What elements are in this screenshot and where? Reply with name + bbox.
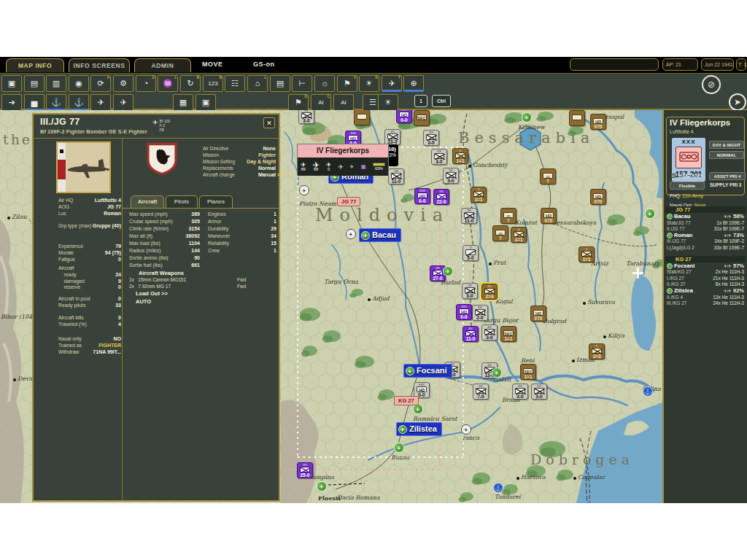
airbase-icon[interactable]: ✈	[461, 424, 471, 435]
unit-counter[interactable]: ▭?	[540, 168, 556, 184]
air-group-label-kg-27[interactable]: KG 27	[394, 396, 419, 405]
toolbar-button-1-9[interactable]: 123B	[203, 75, 223, 92]
unit-counter[interactable]: HQ070	[590, 114, 606, 130]
toolbar-button-1-11[interactable]: ⌂L	[247, 75, 268, 92]
auto-loadout[interactable]: AUTO	[136, 298, 151, 305]
port-anchor-icon[interactable]: ⚓	[643, 386, 653, 397]
airbase-icon[interactable]: ✈	[645, 209, 655, 219]
toolbar-button-1-5[interactable]: ⚙	[113, 75, 133, 92]
toolbar-button-1-2[interactable]: ▥	[46, 75, 66, 92]
range-circles-checkbox[interactable]: Rng Circles	[671, 173, 703, 178]
unit-counter[interactable]: XXXHQ0-0	[414, 188, 430, 204]
next-button[interactable]: ➤	[729, 93, 746, 111]
load-out-link[interactable]: Load Out >>	[136, 290, 168, 297]
unit-counter[interactable]: XX3-0	[512, 384, 528, 400]
unit-counter[interactable]: XX3-0	[443, 168, 459, 184]
unit-counter[interactable]: X1=1	[452, 148, 468, 164]
unit-counter[interactable]: X1=3	[589, 343, 605, 359]
toolbar-button-2-7[interactable]: ▣	[196, 94, 216, 111]
port-anchor-icon[interactable]: ⚓	[493, 483, 503, 493]
toolbar-button-2-0[interactable]: ➜	[1, 94, 22, 111]
unit-counter[interactable]: XX3-0	[431, 149, 447, 165]
toolbar-button-1-15[interactable]: ⚑V	[337, 75, 357, 92]
group-header-kg-27[interactable]: KG 27	[665, 256, 746, 262]
unit-counter[interactable]: HQ070	[530, 306, 546, 322]
toolbar-button-2-10[interactable]: AI	[333, 94, 354, 111]
tab-info-screens[interactable]: INFO SCREENS	[69, 58, 130, 72]
air-unit-row-iii-kg-27[interactable]: III./KG 2724x He 111H-3	[667, 300, 746, 306]
unit-counter[interactable]: XX11-0	[388, 168, 404, 184]
tab-map-info[interactable]: MAP INFO	[6, 58, 64, 72]
toolbar-button-2-5[interactable]: ✈	[113, 94, 133, 111]
toolbar-button-2-12[interactable]: ☀	[378, 94, 398, 111]
directive-mission[interactable]: MissionFighter	[203, 152, 276, 158]
shift-key-button[interactable]: 1	[414, 95, 427, 107]
tab-aircraft[interactable]: Aircraft	[131, 195, 164, 208]
toolbar-button-2-3[interactable]: ⚓	[69, 94, 89, 111]
airbase-icon[interactable]: ✈	[299, 185, 309, 195]
tab-planes[interactable]: Planes	[199, 195, 233, 208]
unit-counter[interactable]: XX25-0	[297, 462, 313, 478]
unit-counter[interactable]: X5-0	[462, 245, 479, 261]
unit-counter[interactable]: XX3-0	[481, 324, 498, 341]
flexible-button[interactable]: Flexible	[670, 182, 705, 190]
toolbar-button-1-4[interactable]: ⟳A	[90, 75, 111, 92]
unit-counter[interactable]: X1=1	[578, 246, 595, 262]
unit-counter[interactable]: X1=1	[511, 227, 527, 243]
airbase-icon[interactable]: ✈	[346, 229, 356, 239]
compass-button[interactable]: ⊘	[702, 75, 721, 94]
directive-mission-setting[interactable]: Mission SettingDay & Night	[203, 159, 276, 164]
tab-admin[interactable]: ADMIN	[134, 58, 191, 72]
unit-counter[interactable]: SEC1=1	[500, 326, 516, 342]
toolbar-button-1-8[interactable]: ↻B	[180, 75, 201, 92]
air-group-label-jg-77[interactable]: JG 77	[337, 197, 360, 206]
airbase-icon[interactable]: ✈	[317, 481, 327, 491]
unit-counter[interactable]: ▭?	[492, 225, 508, 241]
airbase-icon[interactable]: ✈	[394, 443, 404, 453]
mode-move[interactable]: MOVE	[202, 61, 223, 68]
airbase-icon[interactable]: ✈	[492, 368, 502, 378]
toolbar-button-2-8[interactable]: ⚑D	[288, 94, 309, 111]
unit-counter[interactable]: XX3-0	[462, 283, 478, 299]
air-unit-row-i-jagd-lg-2[interactable]: I.(Jagd)/LG 233x Bf 109E-7	[667, 244, 746, 251]
supply-priority[interactable]: SUPPLY PRI 3	[710, 182, 741, 187]
directive-air-directive[interactable]: Air DirectiveNone	[203, 146, 276, 151]
unit-counter[interactable]: XX11-0	[461, 208, 477, 224]
unit-counter[interactable]: XX2-0	[472, 305, 488, 321]
unit-counter[interactable]: HQ070	[541, 208, 557, 224]
unit-counter[interactable]: ▭?	[500, 208, 516, 224]
unit-counter[interactable]: XX2=4	[481, 284, 498, 300]
airbase-icon[interactable]: ✈	[413, 404, 423, 414]
unit-counter[interactable]: XX3-0	[298, 110, 314, 124]
tab-pilots[interactable]: Pilots	[166, 195, 198, 208]
city-label-bacau[interactable]: ✈Bacau	[359, 228, 401, 242]
toolbar-button-2-9[interactable]: AIC	[311, 94, 331, 111]
unit-counter[interactable]: XX7-0	[473, 384, 489, 400]
day-night-button[interactable]: DAY & NIGHT	[709, 141, 744, 149]
toolbar-button-2-1[interactable]: ▅	[24, 94, 44, 111]
unit-counter[interactable]: XX3-0	[423, 130, 439, 146]
toolbar-button-1-14[interactable]: ☼	[314, 75, 335, 92]
toolbar-button-2-2[interactable]: ⚓	[46, 94, 66, 111]
toolbar-button-1-12[interactable]: ▤	[270, 75, 290, 92]
air-hq-popup[interactable]: IV Fliegerkorps ✈89 ✈68 ✈0 ✈ ✈ ▣ 63%	[297, 144, 389, 176]
airbase-icon[interactable]: ✈	[522, 112, 532, 122]
asset-priority-button[interactable]: ASSET PRI 4	[709, 172, 746, 180]
unit-counter[interactable]: XX23-0	[384, 129, 400, 145]
toolbar-button-1-13[interactable]: ⊢	[292, 75, 312, 92]
directive-replacements[interactable]: ReplacementsNormal	[203, 166, 276, 171]
normal-button[interactable]: NORMAL	[709, 151, 744, 159]
unit-counter[interactable]: HQ070	[590, 189, 606, 205]
toolbar-button-2-6[interactable]: ▦	[173, 94, 193, 111]
unit-counter[interactable]: XX22-0	[433, 189, 449, 205]
mode-gs-on[interactable]: GS-on	[253, 61, 275, 68]
toolbar-button-1-18[interactable]: ⊕	[403, 75, 424, 92]
unit-counter[interactable]: XX3-0	[531, 384, 547, 400]
toolbar-button-1-16[interactable]: ☀D	[359, 75, 379, 92]
city-label-focsani[interactable]: ✈Focsani	[403, 364, 452, 378]
unit-counter[interactable]: XXXHQ0-0	[396, 110, 412, 123]
city-label-zilistea[interactable]: ✈Zilistea	[396, 422, 442, 436]
unit-counter[interactable]	[354, 110, 370, 125]
ctrl-key-button[interactable]: Ctrl	[432, 95, 451, 107]
toolbar-button-2-4[interactable]: ✈	[90, 94, 111, 111]
